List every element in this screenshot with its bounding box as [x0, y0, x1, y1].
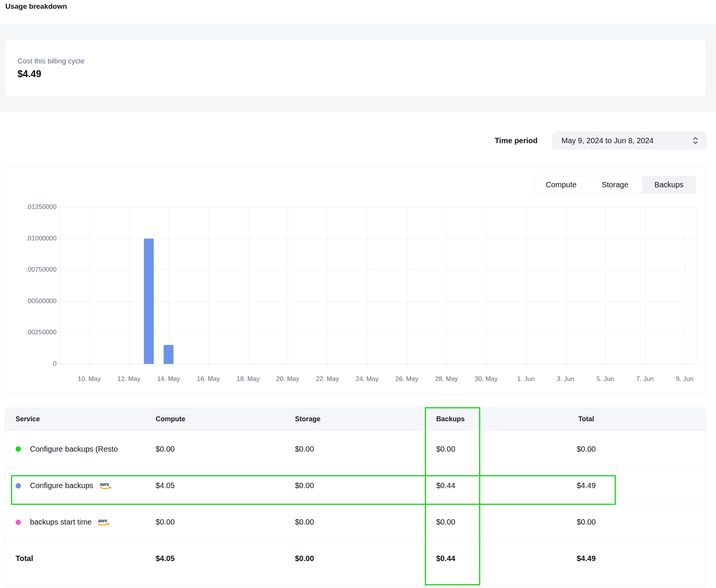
table-header-row: Service Compute Storage Backups Total — [5, 408, 705, 431]
total-backups: $0.44 — [436, 554, 512, 563]
h-gridline — [60, 207, 696, 207]
x-tick-label: 22. May — [316, 375, 339, 383]
h-gridline — [60, 332, 696, 333]
time-period-label: Time period — [495, 136, 538, 145]
x-tick-label: 24. May — [356, 375, 379, 383]
y-tick-label: .01250000 — [26, 203, 57, 211]
v-gridline — [645, 207, 645, 368]
service-dot — [16, 446, 21, 452]
x-tick-label: 12. May — [117, 375, 140, 383]
v-gridline — [208, 207, 209, 368]
table-row: backups start time aws $0.00 $0.00 $0.00… — [5, 504, 705, 540]
x-tick-label: 5. Jun — [596, 375, 614, 383]
usage-chart-card: Compute Storage Backups .01250000.010000… — [5, 166, 706, 394]
total-label: Total — [16, 554, 156, 563]
total-total: $4.49 — [512, 554, 660, 563]
y-tick-label: .01000000 — [26, 235, 57, 242]
y-tick-label: .00750000 — [26, 266, 57, 273]
tab-compute[interactable]: Compute — [534, 176, 588, 193]
col-header-total: Total — [512, 415, 660, 423]
billing-summary-band: Cost this billing cycle $4.49 — [0, 24, 716, 112]
usage-table-card: Service Compute Storage Backups Total Co… — [5, 408, 706, 586]
total-compute: $4.05 — [156, 554, 295, 563]
cell-total: $0.00 — [512, 445, 660, 454]
v-gridline — [526, 207, 526, 368]
billing-cycle-label: Cost this billing cycle — [17, 57, 706, 65]
col-header-service: Service — [16, 415, 156, 423]
aws-icon: aws — [99, 481, 113, 491]
h-gridline — [60, 270, 696, 270]
tab-storage[interactable]: Storage — [588, 176, 642, 193]
cell-backups: $0.44 — [436, 481, 512, 490]
cell-total: $4.49 — [512, 481, 660, 490]
v-gridline — [685, 207, 685, 368]
v-gridline — [129, 207, 129, 368]
service-name: Configure backups — [30, 481, 93, 490]
x-tick-label: 16. May — [197, 375, 219, 383]
col-header-compute: Compute — [156, 415, 295, 423]
col-header-backups: Backups — [436, 415, 512, 423]
total-storage: $0.00 — [295, 554, 436, 563]
x-tick-label: 20. May — [276, 375, 299, 383]
x-tick-label: 1. Jun — [517, 375, 535, 383]
plot-area: 10. May12. May14. May16. May18. May20. M… — [60, 207, 696, 364]
svg-text:aws: aws — [100, 481, 109, 487]
page-title: Usage breakdown — [5, 2, 67, 11]
v-gridline — [327, 207, 328, 368]
time-period-value: May 9, 2024 to Jun 8, 2024 — [561, 136, 653, 145]
time-period-row: Time period May 9, 2024 to Jun 8, 2024 — [0, 131, 707, 150]
y-tick-label: 0 — [53, 360, 57, 368]
v-gridline — [486, 207, 487, 368]
v-gridline — [605, 207, 606, 368]
table-row: Configure backups (Resto $0.00 $0.00 $0.… — [5, 431, 705, 467]
cell-total: $0.00 — [512, 518, 660, 526]
x-tick-label: 3. Jun — [557, 375, 574, 383]
y-tick-label: .00500000 — [26, 297, 57, 305]
v-gridline — [566, 207, 566, 368]
x-tick-label: 7. Jun — [636, 375, 654, 383]
x-tick-label: 28. May — [435, 375, 458, 383]
v-gridline — [407, 207, 407, 368]
billing-cycle-amount: $4.49 — [17, 68, 706, 79]
cell-compute: $4.05 — [156, 481, 295, 490]
h-gridline — [60, 364, 696, 364]
x-tick-label: 10. May — [78, 375, 101, 383]
cell-storage: $0.00 — [295, 481, 436, 490]
table-total-row: Total $4.05 $0.00 $0.44 $4.49 — [5, 540, 705, 577]
v-gridline — [169, 207, 169, 368]
x-tick-label: 26. May — [395, 375, 418, 383]
h-gridline — [60, 301, 696, 302]
v-gridline — [248, 207, 248, 368]
y-tick-label: .00250000 — [26, 329, 57, 336]
y-axis-labels: .01250000.01000000.00750000.00500000.002… — [11, 207, 57, 364]
chart-bar[interactable] — [144, 239, 154, 364]
v-gridline — [367, 207, 367, 368]
x-tick-label: 14. May — [157, 375, 180, 383]
tab-backups[interactable]: Backups — [642, 176, 696, 193]
chevron-updown-icon — [692, 136, 699, 145]
x-tick-label: 18. May — [237, 375, 259, 383]
cell-storage: $0.00 — [295, 518, 436, 526]
cell-backups: $0.00 — [436, 445, 512, 454]
service-dot — [16, 483, 21, 488]
chart-bar[interactable] — [164, 345, 173, 364]
cell-compute: $0.00 — [156, 518, 295, 526]
cell-backups: $0.00 — [436, 518, 512, 526]
svg-text:aws: aws — [98, 518, 107, 523]
billing-cycle-card: Cost this billing cycle $4.49 — [5, 39, 707, 97]
aws-icon: aws — [97, 517, 111, 527]
x-tick-label: 9. Jun — [676, 375, 693, 383]
h-gridline — [60, 239, 696, 239]
cell-compute: $0.00 — [156, 445, 295, 454]
chart-tab-group: Compute Storage Backups — [534, 176, 696, 193]
service-dot — [16, 520, 21, 525]
service-name: Configure backups (Resto — [30, 445, 118, 454]
time-period-select[interactable]: May 9, 2024 to Jun 8, 2024 — [552, 131, 707, 150]
v-gridline — [288, 207, 288, 368]
table-row: Configure backups aws $4.05 $0.00 $0.44 … — [5, 467, 705, 504]
v-gridline — [446, 207, 447, 368]
v-gridline — [89, 207, 90, 368]
cell-storage: $0.00 — [295, 445, 436, 454]
col-header-storage: Storage — [295, 415, 436, 423]
x-tick-label: 30. May — [475, 375, 497, 383]
